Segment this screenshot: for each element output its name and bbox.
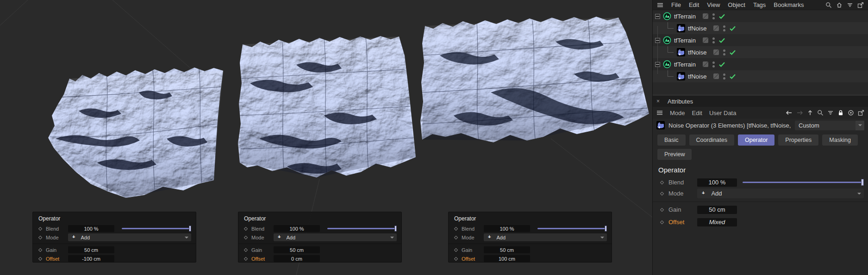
blend-slider[interactable] bbox=[537, 226, 607, 232]
terrain-mesh-1[interactable] bbox=[48, 67, 223, 198]
gain-value-field[interactable]: 50 cm bbox=[68, 246, 114, 253]
blend-value-field[interactable]: 100 % bbox=[68, 225, 114, 232]
param-diamond-icon[interactable] bbox=[38, 235, 42, 239]
layer-chip-icon[interactable] bbox=[703, 61, 708, 67]
offset-value-field[interactable]: -100 cm bbox=[68, 255, 114, 262]
slider-track[interactable] bbox=[537, 228, 606, 229]
up-arrow-icon[interactable] bbox=[807, 110, 813, 116]
object-label[interactable]: tfNoise bbox=[688, 49, 706, 56]
visibility-dots-icon[interactable] bbox=[723, 73, 725, 79]
mode-dropdown[interactable]: + Add bbox=[274, 233, 397, 241]
collapse-toggle-icon[interactable] bbox=[655, 38, 660, 43]
blend-slider[interactable] bbox=[327, 226, 397, 232]
hamburger-menu-icon[interactable] bbox=[657, 2, 663, 8]
tree-row-tfnoise-3[interactable]: tfNoise bbox=[653, 70, 868, 82]
home-icon[interactable] bbox=[836, 2, 843, 8]
param-diamond-icon[interactable] bbox=[660, 220, 664, 224]
hamburger-menu-icon[interactable] bbox=[656, 110, 663, 116]
enabled-check-icon[interactable] bbox=[730, 26, 736, 31]
layer-chip-icon[interactable] bbox=[703, 37, 708, 43]
enabled-check-icon[interactable] bbox=[719, 14, 725, 19]
tab-basic[interactable]: Basic bbox=[657, 134, 686, 146]
preset-dropdown-button[interactable] bbox=[856, 121, 864, 130]
popout-icon[interactable] bbox=[857, 2, 864, 8]
tab-preview[interactable]: Preview bbox=[657, 149, 692, 160]
slider-track[interactable] bbox=[327, 228, 396, 229]
gain-value-field[interactable]: 50 cm bbox=[484, 246, 530, 253]
layer-chip-icon[interactable] bbox=[713, 73, 719, 79]
param-diamond-icon[interactable] bbox=[38, 248, 42, 251]
menu-bookmarks[interactable]: Bookmarks bbox=[774, 1, 804, 8]
visibility-dots-icon[interactable] bbox=[723, 49, 725, 55]
close-icon[interactable]: × bbox=[656, 98, 660, 104]
param-diamond-icon[interactable] bbox=[38, 257, 42, 260]
mode-dropdown[interactable]: + Add bbox=[68, 233, 191, 241]
visibility-dots-icon[interactable] bbox=[712, 13, 715, 19]
collapse-toggle-icon[interactable] bbox=[655, 14, 660, 19]
menu-tags[interactable]: Tags bbox=[753, 1, 766, 8]
param-diamond-icon[interactable] bbox=[244, 226, 248, 230]
object-label[interactable]: tfTerrain bbox=[674, 37, 696, 44]
param-diamond-icon[interactable] bbox=[660, 208, 664, 211]
object-label[interactable]: tfNoise bbox=[688, 73, 706, 80]
object-label[interactable]: tfTerrain bbox=[674, 61, 696, 68]
blend-slider[interactable] bbox=[122, 226, 191, 232]
filter-icon[interactable] bbox=[827, 110, 834, 116]
popout-icon[interactable] bbox=[858, 110, 864, 116]
terrain-mesh-3[interactable] bbox=[420, 17, 649, 142]
tab-properties[interactable]: Properties bbox=[778, 134, 818, 146]
search-icon[interactable] bbox=[817, 110, 824, 116]
slider-handle[interactable] bbox=[189, 226, 191, 232]
param-diamond-icon[interactable] bbox=[244, 235, 248, 239]
enabled-check-icon[interactable] bbox=[719, 38, 725, 43]
enabled-check-icon[interactable] bbox=[730, 50, 736, 55]
param-diamond-icon[interactable] bbox=[454, 248, 458, 251]
mode-dropdown[interactable]: + Add bbox=[484, 233, 607, 241]
search-icon[interactable] bbox=[825, 2, 832, 8]
blend-value-field[interactable]: 100 % bbox=[484, 225, 530, 232]
param-diamond-icon[interactable] bbox=[38, 226, 42, 230]
filter-icon[interactable] bbox=[847, 2, 853, 8]
param-diamond-icon[interactable] bbox=[454, 257, 458, 260]
lock-icon[interactable] bbox=[837, 110, 844, 116]
layer-chip-icon[interactable] bbox=[703, 13, 708, 19]
gain-value-field[interactable]: 50 cm bbox=[697, 206, 737, 214]
param-diamond-icon[interactable] bbox=[244, 257, 248, 260]
slider-handle[interactable] bbox=[605, 226, 607, 232]
object-label[interactable]: tfNoise bbox=[688, 25, 706, 32]
param-diamond-icon[interactable] bbox=[660, 191, 664, 195]
preset-dropdown[interactable]: Custom bbox=[795, 121, 864, 130]
gain-value-field[interactable]: 50 cm bbox=[274, 246, 320, 253]
param-diamond-icon[interactable] bbox=[454, 226, 458, 230]
blend-value-field[interactable]: 100 % bbox=[274, 225, 320, 232]
visibility-dots-icon[interactable] bbox=[712, 61, 715, 67]
menu-mode[interactable]: Mode bbox=[670, 110, 685, 116]
visibility-dots-icon[interactable] bbox=[712, 37, 715, 43]
offset-value-field[interactable]: 100 cm bbox=[484, 255, 530, 262]
slider-handle[interactable] bbox=[394, 226, 397, 232]
back-arrow-icon[interactable] bbox=[786, 110, 793, 116]
menu-edit[interactable]: Edit bbox=[689, 1, 699, 8]
param-diamond-icon[interactable] bbox=[454, 235, 458, 239]
enabled-check-icon[interactable] bbox=[730, 74, 736, 79]
offset-value-field[interactable]: 0 cm bbox=[274, 255, 320, 262]
forward-arrow-icon[interactable] bbox=[796, 110, 803, 116]
param-diamond-icon[interactable] bbox=[244, 248, 248, 251]
object-label[interactable]: tfTerrain bbox=[674, 13, 696, 20]
collapse-toggle-icon[interactable] bbox=[655, 62, 660, 67]
terrain-mesh-2[interactable] bbox=[238, 36, 416, 177]
tab-operator[interactable]: Operator bbox=[738, 134, 774, 146]
tab-masking[interactable]: Masking bbox=[822, 134, 858, 146]
record-icon[interactable] bbox=[848, 110, 854, 116]
enabled-check-icon[interactable] bbox=[719, 62, 725, 67]
layer-chip-icon[interactable] bbox=[713, 25, 719, 31]
menu-user-data[interactable]: User Data bbox=[709, 110, 737, 116]
menu-object[interactable]: Object bbox=[728, 1, 745, 8]
mode-dropdown[interactable]: + Add bbox=[697, 189, 864, 198]
offset-value-field[interactable]: Mixed bbox=[697, 218, 737, 226]
tree-row-tfterrain-1[interactable]: tfTerrain bbox=[653, 10, 868, 22]
tree-row-tfterrain-2[interactable]: tfTerrain bbox=[653, 34, 868, 46]
blend-slider[interactable] bbox=[743, 179, 864, 186]
tab-coordinates[interactable]: Coordinates bbox=[689, 134, 734, 146]
blend-value-field[interactable]: 100 % bbox=[697, 178, 737, 187]
